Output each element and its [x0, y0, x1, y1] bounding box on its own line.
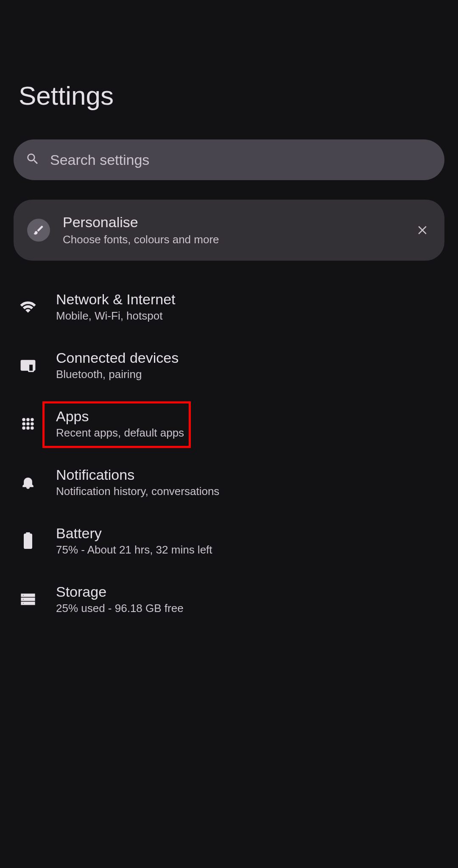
devices-icon — [19, 356, 37, 375]
search-icon — [25, 152, 40, 168]
svg-point-10 — [31, 423, 34, 425]
svg-point-9 — [27, 423, 29, 425]
item-battery[interactable]: Battery 75% - About 21 hrs, 32 mins left — [0, 512, 458, 570]
item-title: Network & Internet — [56, 291, 176, 308]
wifi-icon — [19, 298, 37, 316]
svg-rect-14 — [24, 534, 32, 549]
search-bar[interactable]: Search settings — [14, 139, 444, 180]
bell-icon — [19, 473, 37, 492]
item-title: Notifications — [56, 467, 219, 483]
item-storage[interactable]: Storage 25% used - 96.18 GB free — [0, 570, 458, 629]
item-subtitle: Recent apps, default apps — [56, 426, 184, 440]
svg-rect-3 — [29, 364, 34, 371]
brush-icon — [27, 219, 50, 242]
item-subtitle: Notification history, conversations — [56, 485, 219, 498]
svg-point-11 — [22, 427, 25, 429]
item-title: Apps — [56, 408, 184, 425]
item-network-internet[interactable]: Network & Internet Mobile, Wi-Fi, hotspo… — [0, 278, 458, 336]
item-subtitle: 75% - About 21 hrs, 32 mins left — [56, 543, 212, 556]
svg-rect-15 — [26, 532, 29, 534]
item-notifications[interactable]: Notifications Notification history, conv… — [0, 453, 458, 512]
apps-icon — [19, 415, 37, 433]
svg-point-12 — [27, 427, 29, 429]
item-subtitle: 25% used - 96.18 GB free — [56, 602, 184, 615]
item-subtitle: Bluetooth, pairing — [56, 368, 179, 381]
svg-point-4 — [24, 367, 25, 368]
settings-screen: Settings Search settings Personalise Cho… — [0, 0, 458, 868]
settings-list: Network & Internet Mobile, Wi-Fi, hotspo… — [0, 278, 458, 629]
svg-point-5 — [22, 418, 25, 421]
svg-point-8 — [22, 423, 25, 425]
storage-icon — [19, 590, 37, 609]
personalise-card[interactable]: Personalise Choose fonts, colours and mo… — [14, 200, 444, 261]
svg-point-6 — [27, 418, 29, 421]
svg-point-13 — [31, 427, 34, 429]
item-title: Connected devices — [56, 350, 179, 366]
item-connected-devices[interactable]: Connected devices Bluetooth, pairing — [0, 336, 458, 395]
close-icon[interactable] — [414, 224, 431, 236]
search-input[interactable]: Search settings — [50, 152, 433, 168]
item-subtitle: Mobile, Wi-Fi, hotspot — [56, 309, 176, 323]
item-apps[interactable]: Apps Recent apps, default apps — [0, 395, 458, 453]
page-title: Settings — [0, 81, 458, 139]
item-title: Storage — [56, 584, 184, 600]
personalise-text: Personalise Choose fonts, colours and mo… — [63, 214, 401, 246]
svg-point-7 — [31, 418, 34, 421]
personalise-subtitle: Choose fonts, colours and more — [63, 233, 401, 246]
svg-point-19 — [22, 595, 24, 596]
personalise-title: Personalise — [63, 214, 401, 231]
svg-point-21 — [22, 603, 24, 604]
svg-point-20 — [22, 598, 24, 600]
battery-icon — [19, 531, 37, 550]
item-title: Battery — [56, 525, 212, 542]
